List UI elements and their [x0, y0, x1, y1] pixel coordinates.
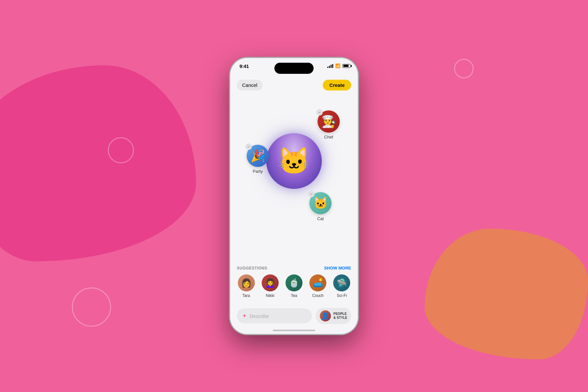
people-style-button[interactable]: 👤 PEOPLE& STYLE — [316, 308, 351, 324]
create-button[interactable]: Create — [323, 80, 351, 90]
suggestions-header: SUGGESTIONS SHOW MORE — [237, 266, 351, 270]
describe-icon: ✦ — [242, 312, 247, 319]
suggestions-section: SUGGESTIONS SHOW MORE 👩 Tara 👩‍🦱 — [230, 266, 358, 298]
people-style-avatar: 👤 — [320, 310, 331, 321]
describe-input[interactable]: ✦ Describe — [237, 308, 312, 323]
suggestion-nikki[interactable]: 👩‍🦱 Nikki — [261, 274, 279, 298]
describe-placeholder: Describe — [250, 313, 269, 319]
background-circle-3 — [454, 59, 474, 78]
nav-bar: Cancel Create — [230, 77, 358, 93]
sticker-chef[interactable]: − 👨‍🍳 Chef — [318, 110, 340, 139]
remove-chef-button[interactable]: − — [316, 109, 323, 116]
remove-cat-button[interactable]: − — [308, 191, 315, 197]
avatar-nikki: 👩‍🦱 — [262, 274, 279, 291]
background-circle-2 — [72, 287, 111, 327]
content-area: 🐱 − 🎉 Party − 👨‍🍳 Chef — [230, 94, 358, 334]
status-time: 9:41 — [239, 63, 249, 69]
remove-party-button[interactable]: − — [245, 143, 252, 150]
sticker-cat[interactable]: − 🐱 Cat — [309, 192, 332, 221]
background-circle-1 — [108, 137, 134, 163]
cat-chef-emoji: 🐱 — [266, 133, 322, 189]
party-sticker-label: Party — [253, 169, 263, 174]
show-more-button[interactable]: SHOW MORE — [324, 266, 351, 270]
suggestion-scifi[interactable]: 🛸 Sci-Fi — [333, 274, 351, 298]
chef-sticker-label: Chef — [324, 135, 333, 139]
avatar-tea: 🍵 — [286, 274, 302, 291]
central-ai-image[interactable]: 🐱 — [266, 133, 322, 189]
phone-frame: 9:41 📶 Cancel Create — [230, 58, 358, 334]
people-style-label: PEOPLE& STYLE — [334, 312, 347, 320]
suggestions-label: SUGGESTIONS — [237, 266, 268, 270]
background-blob-right — [425, 229, 588, 359]
suggestion-nikki-label: Nikki — [266, 293, 274, 298]
signal-icon — [327, 64, 333, 68]
screen: 9:41 📶 Cancel Create — [230, 58, 358, 334]
suggestion-tara-label: Tara — [242, 293, 250, 298]
wifi-icon: 📶 — [335, 63, 340, 68]
avatar-couch: 🛋️ — [309, 274, 326, 291]
dynamic-island — [274, 63, 314, 74]
suggestion-couch[interactable]: 🛋️ Couch — [309, 274, 327, 298]
suggestion-tea-label: Tea — [291, 293, 297, 298]
avatar-tara: 👩 — [238, 274, 255, 291]
status-icons: 📶 — [327, 63, 351, 68]
cancel-button[interactable]: Cancel — [237, 80, 263, 90]
home-indicator — [273, 330, 315, 331]
cat-sticker-label: Cat — [317, 216, 324, 221]
avatar-scifi: 🛸 — [333, 274, 350, 291]
suggestion-scifi-label: Sci-Fi — [337, 293, 347, 298]
suggestion-tara[interactable]: 👩 Tara — [237, 274, 255, 298]
battery-icon — [342, 64, 351, 68]
background-blob-left — [0, 65, 196, 261]
bottom-toolbar: ✦ Describe 👤 PEOPLE& STYLE — [230, 308, 358, 324]
suggestion-tea[interactable]: 🍵 Tea — [285, 274, 303, 298]
sticker-party[interactable]: − 🎉 Party — [247, 145, 269, 174]
suggestion-couch-label: Couch — [312, 293, 324, 298]
suggestions-row: 👩 Tara 👩‍🦱 Nikki 🍵 — [237, 274, 351, 298]
